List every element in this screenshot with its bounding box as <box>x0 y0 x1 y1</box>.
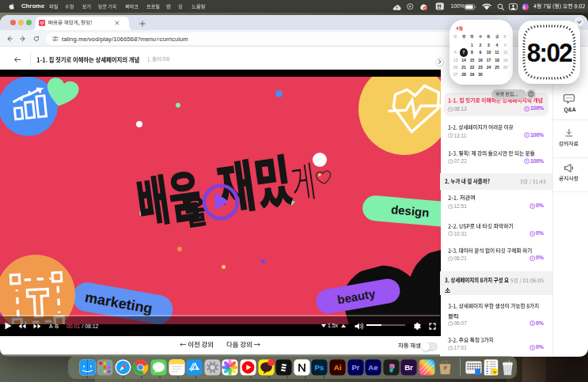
svg-text:Pr: Pr <box>351 363 359 372</box>
svg-text:Ai: Ai <box>334 363 342 372</box>
svg-text:Ae: Ae <box>368 363 378 372</box>
svg-text:✎: ✎ <box>493 370 495 373</box>
svg-text:Ps: Ps <box>315 363 324 372</box>
svg-text:Br: Br <box>404 363 413 372</box>
